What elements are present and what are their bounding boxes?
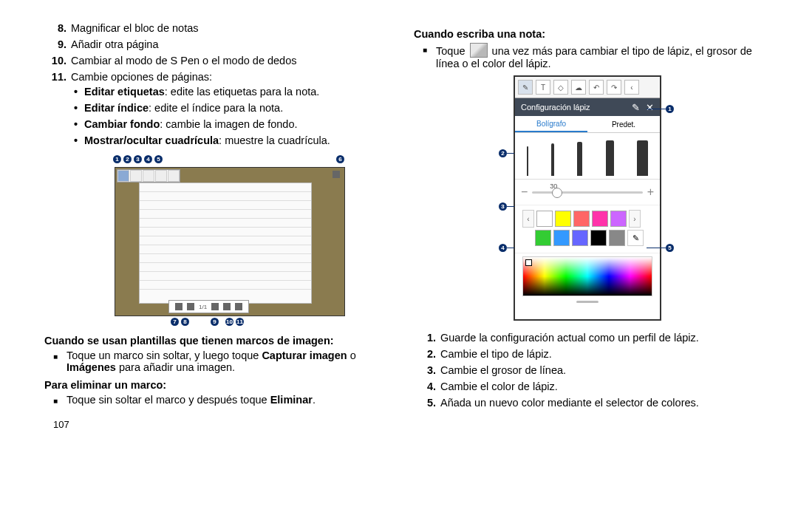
notebook-screenshot: 1/1 xyxy=(115,167,345,316)
text-tool-icon[interactable]: T xyxy=(536,80,550,95)
color-swatch[interactable] xyxy=(555,211,571,227)
plus-button[interactable]: + xyxy=(647,185,654,199)
minus-button[interactable]: − xyxy=(521,185,528,199)
eraser-icon[interactable]: ◇ xyxy=(553,80,568,95)
top-toolbar xyxy=(117,169,180,183)
list-item: 2.Cambie el tipo de lápiz. xyxy=(433,348,754,360)
callout-line xyxy=(507,248,514,248)
sub-text: : edite las etiquetas para la nota. xyxy=(165,86,320,98)
text-tool-icon[interactable] xyxy=(130,170,142,182)
color-swatch[interactable] xyxy=(573,211,590,227)
pen-tool-icon[interactable] xyxy=(117,170,129,182)
config-header: Configuración lápiz ✎ ✕ xyxy=(515,98,660,116)
callout-5: 5 xyxy=(154,155,163,163)
size-slider[interactable]: 30 xyxy=(532,191,642,194)
undo-icon[interactable]: ↶ xyxy=(589,80,604,95)
text: Toque xyxy=(436,45,468,57)
heading-remove-frame: Para eliminar un marco: xyxy=(44,379,384,391)
color-swatch[interactable] xyxy=(609,230,625,246)
list-text: Cambie el grosor de línea. xyxy=(440,364,566,376)
menu-icon[interactable] xyxy=(332,171,340,178)
pen-steps-list: 1.Guarde la configuración actual como un… xyxy=(414,332,754,409)
mode-icon[interactable] xyxy=(223,303,231,310)
list-number: 3. xyxy=(414,364,436,376)
notebook-paper xyxy=(139,183,312,304)
color-swatch[interactable] xyxy=(610,211,627,227)
list-number: 2. xyxy=(414,348,436,360)
shape-icon[interactable]: ☁ xyxy=(571,80,586,95)
pen-tool-icon[interactable]: ✎ xyxy=(518,80,533,95)
callout-1: 1 xyxy=(666,105,674,113)
undo-icon[interactable] xyxy=(155,170,167,182)
color-swatch[interactable] xyxy=(535,230,551,246)
callout-7: 7 xyxy=(171,318,179,326)
list-number: 10. xyxy=(44,55,66,66)
options-icon[interactable] xyxy=(235,303,242,310)
chevron-left-icon[interactable]: ‹ xyxy=(522,210,534,228)
left-column: 8.Magnificar el bloc de notas 9.Añadir o… xyxy=(44,22,384,430)
text: . xyxy=(313,394,316,406)
color-swatch[interactable] xyxy=(553,230,570,246)
list-text: Guarde la configuración actual como un p… xyxy=(440,332,699,344)
text-bold: Imágenes xyxy=(66,361,116,373)
sub-bold: Mostrar/ocultar cuadrícula xyxy=(84,134,219,146)
magnify-icon[interactable] xyxy=(187,303,194,310)
redo-icon[interactable] xyxy=(168,170,180,182)
slider-knob[interactable] xyxy=(552,188,562,198)
text: Toque un marco sin soltar, y luego toque xyxy=(66,349,262,361)
add-page-icon[interactable] xyxy=(211,303,219,310)
chevron-right-icon[interactable]: › xyxy=(629,210,641,228)
list-item: 10.Cambiar al modo de S Pen o el modo de… xyxy=(64,55,384,66)
callout-5: 5 xyxy=(666,244,674,252)
gradient-cursor[interactable] xyxy=(525,259,532,266)
figure-notebook: 1/1 1 2 3 4 5 6 7 8 9 10 11 xyxy=(92,154,336,327)
color-palette: ‹ › ✎ xyxy=(515,205,660,253)
brush-sample xyxy=(527,146,528,176)
close-icon[interactable]: ✕ xyxy=(646,102,654,113)
list-number: 1. xyxy=(414,332,436,344)
tab-predet[interactable]: Predet. xyxy=(587,116,660,132)
save-profile-icon[interactable]: ✎ xyxy=(632,102,640,113)
callout-line xyxy=(647,248,666,248)
panel-top-toolbar: ✎ T ◇ ☁ ↶ ↷ ‹ xyxy=(515,77,660,98)
brush-preview-row[interactable] xyxy=(515,133,660,180)
list-text: Cambie el color de lápiz. xyxy=(440,381,558,392)
list-text: Añadir otra página xyxy=(71,38,159,50)
heading-write-note: Cuando escriba una nota: xyxy=(414,28,754,40)
text: o xyxy=(347,349,356,361)
text-bold: Eliminar xyxy=(270,394,313,406)
collapse-icon[interactable]: ‹ xyxy=(624,80,639,95)
list-text: Añada un nuevo color mediante el selecto… xyxy=(440,397,699,409)
sub-item: Editar índice: edite el índice para la n… xyxy=(84,102,384,114)
list-item: 11.Cambie opciones de páginas: Editar et… xyxy=(64,71,384,146)
list-number: 11. xyxy=(44,71,66,83)
callout-9: 9 xyxy=(211,318,219,326)
color-swatch[interactable] xyxy=(536,211,553,227)
intro-list: Toque una vez más para cambiar el tipo d… xyxy=(414,43,754,69)
drag-handle[interactable] xyxy=(576,301,598,303)
config-title: Configuración lápiz xyxy=(521,103,590,112)
color-gradient-picker[interactable] xyxy=(522,256,652,296)
eyedropper-icon[interactable]: ✎ xyxy=(627,230,644,246)
right-column: Cuando escriba una nota: Toque una vez m… xyxy=(414,22,754,430)
manual-page: 8.Magnificar el bloc de notas 9.Añadir o… xyxy=(0,0,798,437)
brush-sample xyxy=(551,143,554,176)
callout-11: 11 xyxy=(236,318,244,326)
list-text: Cambie el tipo de lápiz. xyxy=(440,348,552,360)
eraser-tool-icon[interactable] xyxy=(143,170,154,182)
color-swatch[interactable] xyxy=(590,230,607,246)
brush-sample xyxy=(637,140,648,176)
grid-icon[interactable] xyxy=(175,303,183,310)
page-indicator: 1/1 xyxy=(199,304,207,310)
color-swatch[interactable] xyxy=(592,211,608,227)
brush-sample xyxy=(577,142,582,176)
sub-item: Editar etiquetas: edite las etiquetas pa… xyxy=(84,86,384,98)
redo-icon[interactable]: ↷ xyxy=(607,80,621,95)
tab-boligrafo[interactable]: Bolígrafo xyxy=(515,116,587,132)
color-swatch[interactable] xyxy=(572,230,588,246)
callout-3: 3 xyxy=(134,155,142,163)
list-number: 5. xyxy=(414,397,436,409)
brush-sample xyxy=(606,140,614,176)
options-list: 8.Magnificar el bloc de notas 9.Añadir o… xyxy=(44,22,384,146)
callout-line xyxy=(507,206,514,207)
